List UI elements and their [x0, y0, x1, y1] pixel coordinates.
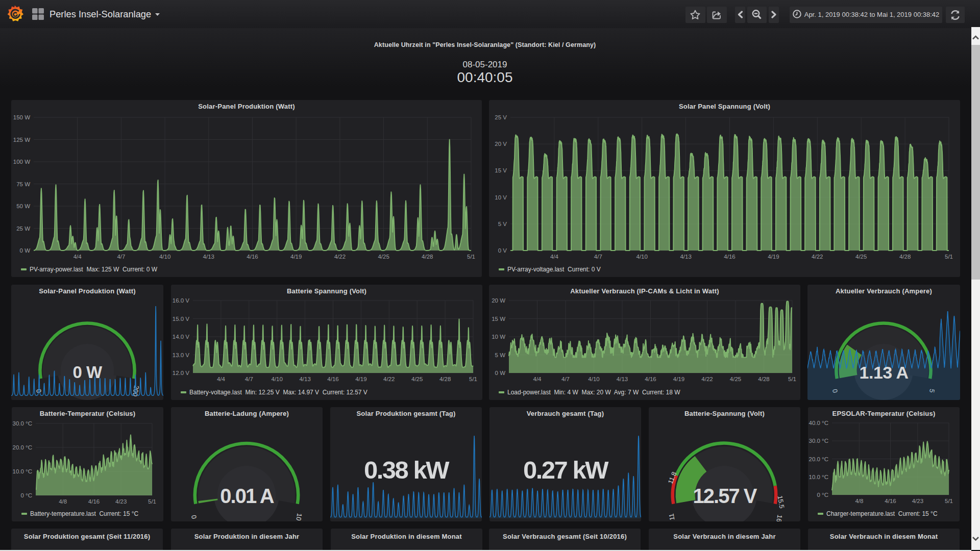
svg-text:4/22: 4/22: [334, 254, 346, 260]
svg-text:4/13: 4/13: [617, 376, 628, 382]
svg-text:10.0 °C: 10.0 °C: [809, 474, 828, 480]
svg-text:4/16: 4/16: [724, 254, 735, 260]
svg-text:30.0 °C: 30.0 °C: [13, 420, 32, 427]
svg-text:4/4: 4/4: [217, 376, 226, 382]
svg-text:4/10: 4/10: [636, 254, 648, 260]
svg-text:0 W: 0 W: [495, 370, 506, 376]
svg-text:25 V: 25 V: [495, 114, 507, 120]
svg-text:30.0 °C: 30.0 °C: [809, 438, 828, 444]
svg-text:4/13: 4/13: [299, 376, 310, 382]
svg-text:4/28: 4/28: [439, 376, 451, 382]
svg-text:20 W: 20 W: [492, 297, 505, 304]
svg-text:13.0 V: 13.0 V: [173, 352, 190, 358]
svg-text:4/23: 4/23: [115, 498, 127, 505]
svg-text:100 W: 100 W: [13, 159, 30, 165]
svg-text:4/16: 4/16: [327, 376, 338, 382]
svg-text:12.0 V: 12.0 V: [173, 370, 190, 376]
svg-text:4/16: 4/16: [645, 376, 656, 382]
svg-text:25 W: 25 W: [16, 226, 30, 232]
svg-text:10 W: 10 W: [492, 334, 505, 340]
svg-text:4/28: 4/28: [422, 254, 433, 260]
svg-text:4/7: 4/7: [594, 254, 602, 260]
svg-text:0 W: 0 W: [20, 247, 31, 254]
svg-text:5 W: 5 W: [495, 352, 506, 358]
svg-text:0 °C: 0 °C: [21, 492, 33, 498]
svg-text:4/4: 4/4: [533, 376, 542, 382]
svg-text:125 W: 125 W: [13, 137, 30, 143]
svg-text:4/13: 4/13: [203, 254, 214, 260]
svg-text:4/4: 4/4: [74, 254, 82, 260]
svg-text:11.8: 11.8: [667, 471, 678, 485]
svg-text:11: 11: [667, 513, 676, 521]
svg-text:4/16: 4/16: [247, 254, 258, 260]
svg-text:4/7: 4/7: [117, 254, 125, 260]
svg-text:16: 16: [775, 514, 783, 521]
svg-text:150 W: 150 W: [13, 114, 30, 120]
svg-text:4/25: 4/25: [855, 254, 867, 260]
svg-text:10: 10: [295, 513, 303, 521]
svg-text:40.0 °C: 40.0 °C: [809, 420, 828, 426]
svg-text:4/19: 4/19: [355, 376, 366, 382]
svg-text:4/16: 4/16: [88, 498, 100, 505]
svg-text:4/7: 4/7: [245, 376, 253, 382]
svg-text:15 V: 15 V: [495, 167, 507, 173]
svg-text:4/10: 4/10: [159, 254, 170, 260]
svg-text:50 W: 50 W: [16, 203, 30, 209]
svg-text:5/1: 5/1: [945, 498, 953, 504]
svg-text:5/1: 5/1: [788, 376, 796, 382]
svg-text:15.5: 15.5: [776, 495, 786, 509]
svg-text:75 W: 75 W: [16, 181, 30, 187]
svg-text:5/1: 5/1: [148, 498, 156, 505]
svg-text:4/25: 4/25: [730, 376, 741, 382]
svg-text:14.0 V: 14.0 V: [173, 334, 190, 340]
svg-text:20 V: 20 V: [495, 141, 507, 147]
svg-text:4/25: 4/25: [378, 254, 389, 260]
svg-text:4/7: 4/7: [561, 376, 570, 382]
svg-text:4/22: 4/22: [701, 376, 713, 382]
svg-text:4/8: 4/8: [855, 498, 863, 504]
svg-text:4/13: 4/13: [680, 254, 691, 260]
svg-text:5/1: 5/1: [945, 254, 953, 260]
svg-text:15 W: 15 W: [492, 316, 505, 322]
svg-text:5/1: 5/1: [469, 376, 477, 382]
svg-text:4/22: 4/22: [812, 254, 823, 260]
svg-text:0: 0: [190, 514, 198, 519]
svg-text:4/10: 4/10: [588, 376, 599, 382]
svg-text:0 V: 0 V: [498, 247, 507, 254]
svg-text:16.0 V: 16.0 V: [173, 297, 190, 304]
svg-text:20.0 °C: 20.0 °C: [13, 444, 32, 450]
svg-text:10.0 °C: 10.0 °C: [13, 468, 32, 474]
svg-text:0 °C: 0 °C: [817, 492, 829, 498]
svg-text:4/25: 4/25: [411, 376, 423, 382]
svg-text:10 V: 10 V: [495, 194, 507, 201]
svg-text:4/23: 4/23: [912, 498, 923, 504]
svg-text:20.0 °C: 20.0 °C: [809, 456, 828, 462]
svg-text:4/28: 4/28: [758, 376, 769, 382]
svg-text:4/19: 4/19: [290, 254, 302, 260]
svg-text:4/28: 4/28: [899, 254, 911, 260]
svg-text:4/19: 4/19: [673, 376, 684, 382]
svg-text:5 V: 5 V: [498, 221, 507, 227]
svg-text:4/16: 4/16: [885, 498, 896, 504]
svg-text:4/10: 4/10: [272, 376, 283, 382]
svg-text:4/19: 4/19: [768, 254, 779, 260]
svg-text:5/1: 5/1: [467, 254, 475, 260]
svg-text:4/4: 4/4: [550, 254, 559, 260]
svg-text:4/8: 4/8: [59, 498, 67, 505]
svg-text:4/22: 4/22: [383, 376, 395, 382]
svg-text:15.0 V: 15.0 V: [173, 316, 190, 322]
